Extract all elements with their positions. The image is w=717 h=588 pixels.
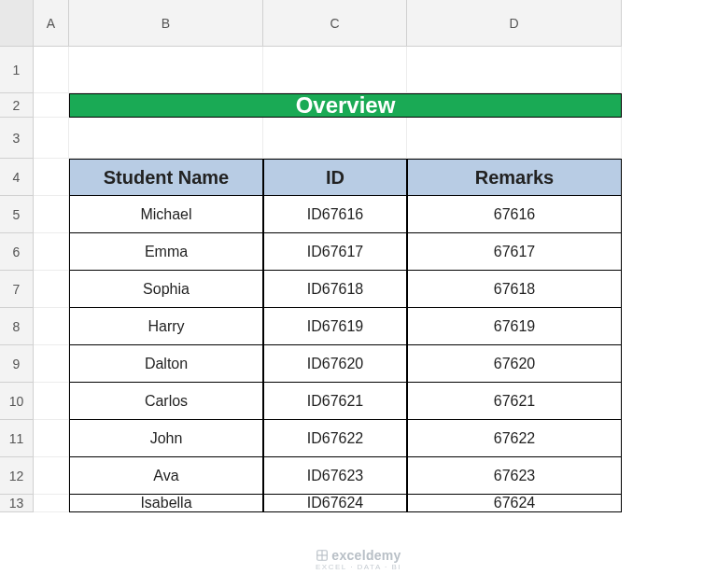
cell-remarks[interactable]: 67618 bbox=[407, 271, 622, 308]
watermark-tagline: EXCEL · DATA · BI bbox=[0, 563, 717, 571]
cell-id[interactable]: ID67623 bbox=[263, 457, 407, 495]
col-header-a[interactable]: A bbox=[34, 0, 69, 47]
cell-id[interactable]: ID67624 bbox=[263, 495, 407, 512]
cell[interactable] bbox=[263, 118, 407, 159]
cell[interactable] bbox=[34, 118, 69, 159]
cell-id[interactable]: ID67620 bbox=[263, 345, 407, 383]
watermark-brand: exceldemy bbox=[331, 548, 401, 563]
cell-name[interactable]: Ava bbox=[69, 457, 263, 495]
cell-remarks[interactable]: 67622 bbox=[407, 420, 622, 457]
cell[interactable] bbox=[34, 345, 69, 383]
spreadsheet-icon bbox=[316, 549, 329, 562]
cell[interactable] bbox=[263, 47, 407, 93]
cell-remarks[interactable]: 67617 bbox=[407, 233, 622, 271]
row-header[interactable]: 1 bbox=[0, 47, 34, 93]
row-header[interactable]: 8 bbox=[0, 308, 34, 345]
col-header-c[interactable]: C bbox=[263, 0, 407, 47]
cell[interactable] bbox=[69, 47, 263, 93]
cell-id[interactable]: ID67619 bbox=[263, 308, 407, 345]
cell-remarks[interactable]: 67616 bbox=[407, 196, 622, 233]
cell-id[interactable]: ID67617 bbox=[263, 233, 407, 271]
row-header[interactable]: 6 bbox=[0, 233, 34, 271]
cell-name[interactable]: Sophia bbox=[69, 271, 263, 308]
cell-name[interactable]: Carlos bbox=[69, 383, 263, 420]
cell[interactable] bbox=[34, 383, 69, 420]
row-header[interactable]: 5 bbox=[0, 196, 34, 233]
row-header[interactable]: 13 bbox=[0, 495, 34, 512]
cell[interactable] bbox=[34, 308, 69, 345]
row-header[interactable]: 10 bbox=[0, 383, 34, 420]
cell-name[interactable]: Isabella bbox=[69, 495, 263, 512]
cell-remarks[interactable]: 67621 bbox=[407, 383, 622, 420]
table-title[interactable]: Overview bbox=[69, 93, 622, 118]
cell-name[interactable]: John bbox=[69, 420, 263, 457]
cell-id[interactable]: ID67622 bbox=[263, 420, 407, 457]
row-header[interactable]: 11 bbox=[0, 420, 34, 457]
cell-remarks[interactable]: 67619 bbox=[407, 308, 622, 345]
spreadsheet-grid: A B C D 1 2 3 4 5 6 7 8 9 10 11 12 13 Ov… bbox=[0, 0, 717, 512]
cell[interactable] bbox=[34, 233, 69, 271]
row-header[interactable]: 4 bbox=[0, 159, 34, 196]
cell-remarks[interactable]: 67620 bbox=[407, 345, 622, 383]
cell[interactable] bbox=[34, 495, 69, 512]
column-header-id[interactable]: ID bbox=[263, 159, 407, 196]
cell[interactable] bbox=[34, 457, 69, 495]
cell[interactable] bbox=[34, 271, 69, 308]
cell-name[interactable]: Dalton bbox=[69, 345, 263, 383]
row-header[interactable]: 9 bbox=[0, 345, 34, 383]
cell[interactable] bbox=[34, 93, 69, 118]
cell-remarks[interactable]: 67624 bbox=[407, 495, 622, 512]
col-header-b[interactable]: B bbox=[69, 0, 263, 47]
cell[interactable] bbox=[34, 159, 69, 196]
cell[interactable] bbox=[34, 420, 69, 457]
row-header[interactable]: 3 bbox=[0, 118, 34, 159]
watermark: exceldemy EXCEL · DATA · BI bbox=[0, 548, 717, 571]
cell[interactable] bbox=[34, 47, 69, 93]
cell-remarks[interactable]: 67623 bbox=[407, 457, 622, 495]
cell-id[interactable]: ID67618 bbox=[263, 271, 407, 308]
row-header[interactable]: 2 bbox=[0, 93, 34, 118]
cell-id[interactable]: ID67616 bbox=[263, 196, 407, 233]
row-header[interactable]: 7 bbox=[0, 271, 34, 308]
cell-name[interactable]: Emma bbox=[69, 233, 263, 271]
cell[interactable] bbox=[407, 118, 622, 159]
cell-name[interactable]: Michael bbox=[69, 196, 263, 233]
row-header[interactable]: 12 bbox=[0, 457, 34, 495]
select-all-corner[interactable] bbox=[0, 0, 34, 47]
column-header-remarks[interactable]: Remarks bbox=[407, 159, 622, 196]
cell-id[interactable]: ID67621 bbox=[263, 383, 407, 420]
cell[interactable] bbox=[34, 196, 69, 233]
col-header-d[interactable]: D bbox=[407, 0, 622, 47]
cell[interactable] bbox=[407, 47, 622, 93]
column-header-name[interactable]: Student Name bbox=[69, 159, 263, 196]
cell-name[interactable]: Harry bbox=[69, 308, 263, 345]
cell[interactable] bbox=[69, 118, 263, 159]
